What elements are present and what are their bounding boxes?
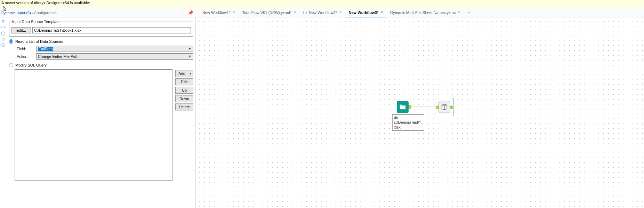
update-banner: A newer version of Alteryx Designer x64 … (0, 0, 644, 8)
directory-tool-annotation[interactable]: dir c:\Dennis\Test\*.xlsx (392, 114, 424, 131)
directory-tool-annotation-text: dir c:\Dennis\Test\*.xlsx (394, 115, 421, 129)
sql-query-area: Add ▼ Edit Up Down Delete (15, 69, 193, 181)
tab-total-flow[interactable]: Total Flow V01 (NEW).yxmd* ✕ (240, 8, 299, 17)
action-select-value: Change Entire File Path (38, 54, 79, 59)
output-anchor[interactable] (450, 106, 453, 109)
read-list-label: Read a List of Data Sources (15, 39, 63, 44)
sql-add-button[interactable]: Add ▼ (175, 70, 193, 77)
field-select-value: FullPath (38, 47, 53, 51)
directory-tool-node[interactable] (397, 101, 409, 113)
read-list-radio-row[interactable]: Read a List of Data Sources (9, 39, 193, 44)
update-banner-text: A newer version of Alteryx Designer x64 … (1, 1, 90, 5)
pin-icon[interactable]: 📌 (188, 10, 193, 15)
input-data-source-template-group: Input Data Source Template Edit... (9, 20, 193, 37)
modify-sql-label: Modify SQL Query (15, 63, 47, 67)
template-legend: Input Data Source Template (11, 20, 60, 24)
tool-name: Dynamic Input (5) (1, 11, 31, 15)
close-icon[interactable]: ✕ (339, 10, 342, 14)
sql-add-label: Add (178, 71, 185, 76)
header-row: Dynamic Input (5) - Configuration ⋮ 📌 Ne… (0, 8, 644, 17)
config-side-icons: ⚙ < > ◯ ◇ ⓘ (0, 17, 6, 208)
action-label: Action: (17, 54, 34, 59)
tab-dynamic-multi-file[interactable]: Dynamic Multi File Sheet Names.yxmc ✕ (387, 8, 463, 17)
gear-icon[interactable]: ⚙ (1, 20, 5, 23)
chevron-down-icon: ▼ (187, 46, 192, 52)
sql-up-button[interactable]: Up (175, 87, 193, 94)
field-select[interactable]: FullPath ▼ (36, 46, 193, 52)
config-panel-header-icons: ⋮ 📌 (180, 8, 195, 17)
modify-sql-radio-row[interactable]: Modify SQL Query (9, 63, 193, 67)
read-list-radio[interactable] (9, 39, 13, 44)
workflow-canvas[interactable]: dir c:\Dennis\Test\*.xlsx (195, 17, 644, 208)
field-label: Field: (17, 47, 34, 51)
sql-query-buttons: Add ▼ Edit Up Down Delete (175, 70, 193, 181)
configuration-panel: Input Data Source Template Edit... Read … (6, 17, 195, 208)
chevron-down-icon: ▼ (187, 54, 192, 59)
tab-new-workflow3[interactable]: New Workflow3* ✕ (346, 8, 386, 17)
main-area: ⚙ < > ◯ ◇ ⓘ Input Data Source Template E… (0, 17, 644, 208)
close-icon[interactable]: ✕ (293, 10, 296, 14)
sql-query-list[interactable] (15, 69, 172, 181)
tab-label: New Workflow3* (349, 10, 378, 15)
connection-wire[interactable] (411, 107, 438, 107)
folder-open-icon (399, 103, 406, 111)
read-list-fields: Field: FullPath ▼ Action: Change Entire … (17, 46, 193, 60)
output-anchor[interactable] (409, 105, 411, 109)
tab-label: New Workflow2* (309, 10, 337, 15)
sql-edit-button[interactable]: Edit (175, 78, 193, 85)
tag-icon[interactable]: ◇ (2, 37, 5, 41)
tab-new-workflow2[interactable]: New Workflow2* ✕ (300, 8, 345, 17)
tab-label: Dynamic Multi File Sheet Names.yxmc (390, 10, 456, 15)
tab-overflow-button[interactable]: ··· (474, 10, 483, 15)
dynamic-input-tool-node[interactable] (438, 101, 450, 113)
info-icon[interactable]: ⓘ (1, 43, 5, 47)
input-anchor[interactable] (436, 106, 439, 109)
close-icon[interactable]: ✕ (233, 10, 235, 14)
tab-label: New Workflow1* (202, 10, 231, 15)
sql-delete-button[interactable]: Delete (175, 103, 193, 110)
edit-template-button[interactable]: Edit... (11, 27, 31, 33)
kebab-menu-icon[interactable]: ⋮ (180, 10, 184, 15)
new-tab-button[interactable]: + (465, 10, 473, 15)
xml-icon[interactable]: < > (0, 25, 6, 29)
sql-down-button[interactable]: Down (175, 95, 193, 102)
tab-new-workflow1[interactable]: New Workflow1* ✕ (200, 8, 238, 17)
tab-label: Total Flow V01 (NEW).yxmd* (242, 10, 292, 15)
dynamic-input-icon (441, 103, 448, 111)
close-icon[interactable]: ✕ (380, 10, 383, 14)
circle-icon[interactable]: ◯ (1, 31, 5, 35)
modify-sql-radio[interactable] (9, 63, 13, 67)
workflow-tabs: New Workflow1* ✕ Total Flow V01 (NEW).yx… (195, 8, 483, 17)
loading-spinner-icon (303, 11, 307, 14)
action-select[interactable]: Change Entire File Path ▼ (36, 53, 193, 60)
template-path-input[interactable] (32, 27, 191, 33)
config-suffix: - Configuration (32, 11, 57, 15)
close-icon[interactable]: ✕ (458, 10, 460, 14)
config-panel-title: Dynamic Input (5) - Configuration (0, 8, 180, 17)
chevron-down-icon: ▼ (189, 72, 192, 75)
